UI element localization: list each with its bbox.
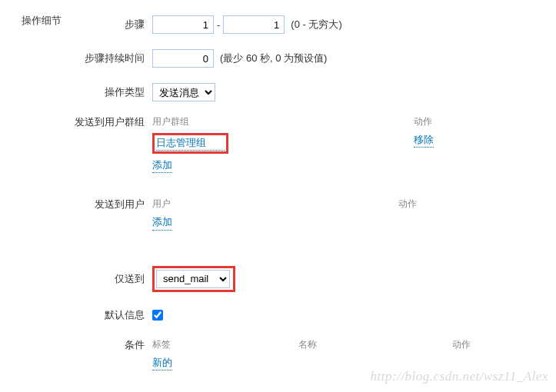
group-header-1: 用户群组: [152, 115, 414, 128]
group-header-2: 动作: [414, 115, 556, 128]
row-send-group: 发送到用户群组 用户群组 动作 日志管理组 移除: [69, 115, 556, 178]
onlyto-select[interactable]: send_mail: [156, 270, 230, 288]
label-step: 步骤: [69, 18, 152, 32]
label-duration: 步骤持续时间: [69, 51, 152, 65]
user-header-2: 动作: [398, 198, 552, 211]
label-send-group: 发送到用户群组: [69, 115, 152, 129]
section-title: 操作细节: [0, 14, 69, 387]
label-condition: 条件: [69, 338, 152, 352]
highlight-onlyto: send_mail: [152, 266, 235, 292]
duration-hint: (最少 60 秒, 0 为预设值): [220, 51, 327, 65]
step-hint: (0 - 无穷大): [291, 18, 341, 32]
row-condition: 条件 标签 名称 动作 新的: [69, 338, 556, 375]
highlight-group-item: 日志管理组: [152, 133, 228, 154]
row-send-user: 发送到用户 用户 动作 添加: [69, 198, 556, 234]
form-area: 步骤 - (0 - 无穷大) 步骤持续时间 (最少 60 秒, 0 为预设值) …: [69, 14, 556, 387]
duration-input[interactable]: [152, 49, 214, 68]
label-optype: 操作类型: [69, 85, 152, 99]
row-step: 步骤 - (0 - 无穷大): [69, 14, 556, 35]
cond-header-2: 名称: [298, 338, 452, 351]
step-to-input[interactable]: [223, 15, 285, 34]
row-optype: 操作类型 发送消息: [69, 81, 556, 103]
user-header-1: 用户: [152, 198, 398, 211]
row-defaultinfo: 默认信息: [69, 304, 556, 326]
group-remove-link[interactable]: 移除: [414, 133, 434, 148]
label-onlyto: 仅送到: [69, 272, 152, 286]
cond-header-3: 动作: [452, 338, 556, 351]
group-add-link[interactable]: 添加: [152, 158, 172, 173]
row-duration: 步骤持续时间 (最少 60 秒, 0 为预设值): [69, 48, 556, 69]
label-defaultinfo: 默认信息: [69, 308, 152, 322]
cond-new-link[interactable]: 新的: [152, 356, 172, 370]
cond-header-1: 标签: [152, 338, 298, 351]
step-from-input[interactable]: [152, 15, 214, 34]
optype-select[interactable]: 发送消息: [152, 83, 215, 101]
label-send-user: 发送到用户: [69, 198, 152, 211]
defaultinfo-checkbox[interactable]: [152, 310, 163, 321]
dash: -: [217, 19, 220, 31]
group-item-link[interactable]: 日志管理组: [156, 136, 225, 151]
user-add-link[interactable]: 添加: [152, 215, 172, 230]
row-onlyto: 仅送到 send_mail: [69, 266, 556, 292]
